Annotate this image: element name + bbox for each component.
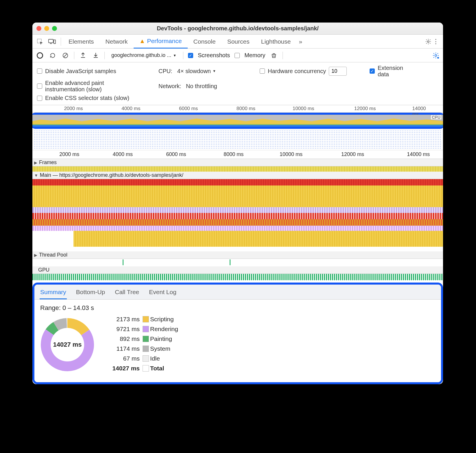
memory-checkbox[interactable] xyxy=(235,53,240,58)
device-toggle-icon[interactable] xyxy=(48,38,56,46)
svg-rect-3 xyxy=(54,40,56,44)
ruler-tick: 4000 ms xyxy=(121,106,140,112)
tab-sources[interactable]: Sources xyxy=(222,35,255,49)
ruler-tick: 8000 ms xyxy=(237,106,255,112)
flamechart-area: 2000 ms 4000 ms 6000 ms 8000 ms 10000 ms… xyxy=(32,150,443,280)
svg-point-8 xyxy=(437,57,439,59)
legend-label: System xyxy=(150,345,208,352)
ruler-tick: 10000 ms xyxy=(293,106,314,112)
summary-donut-chart: 14027 ms xyxy=(38,316,96,374)
disable-js-samples-label: Disable JavaScript samples xyxy=(45,68,116,75)
gpu-track[interactable] xyxy=(32,274,443,280)
enable-css-stats-label: Enable CSS selector stats (slow) xyxy=(45,95,129,101)
disclosure-triangle-icon: ▶ xyxy=(34,253,37,257)
tab-network[interactable]: Network xyxy=(100,35,134,49)
ruler-tick: 14000 ms xyxy=(407,151,430,157)
overview-ruler[interactable]: 2000 ms 4000 ms 6000 ms 8000 ms 10000 ms… xyxy=(32,105,443,113)
clear-button[interactable] xyxy=(61,51,69,60)
upload-icon[interactable] xyxy=(79,51,87,60)
threadpool-track-header[interactable]: ▶ Thread Pool xyxy=(32,251,443,259)
capture-settings-icon[interactable] xyxy=(432,52,440,59)
caret-down-icon: ▼ xyxy=(213,69,216,73)
perf-toolbar: googlechrome.github.io ... ▼ ✓ Screensho… xyxy=(32,49,443,62)
panel-tabs: Elements Network ▲ Performance Console S… xyxy=(32,35,443,49)
legend-swatch xyxy=(143,316,149,322)
capture-settings: Disable JavaScript samples CPU: 4× slowd… xyxy=(32,62,443,105)
legend-swatch xyxy=(143,355,149,362)
enable-paint-checkbox[interactable] xyxy=(37,83,42,89)
summary-range: Range: 0 – 14.03 s xyxy=(40,304,435,312)
more-icon[interactable]: ⋮ xyxy=(432,38,440,45)
tab-lighthouse[interactable]: Lighthouse xyxy=(255,35,297,49)
frames-track-label: Frames xyxy=(39,159,57,166)
devtools-window: DevTools - googlechrome.github.io/devtoo… xyxy=(32,23,443,384)
legend-label: Painting xyxy=(150,335,208,342)
ruler-tick: 2000 ms xyxy=(59,151,79,157)
svg-rect-1 xyxy=(49,39,53,43)
detail-tabs: Summary Bottom-Up Call Tree Event Log xyxy=(34,285,441,300)
summary-highlight: Summary Bottom-Up Call Tree Event Log Ra… xyxy=(32,283,443,384)
legend-label: Idle xyxy=(150,355,208,362)
profile-dropdown-label: googlechrome.github.io ... xyxy=(111,52,171,58)
tab-summary[interactable]: Summary xyxy=(40,287,67,299)
legend-value: 67 ms xyxy=(111,355,143,362)
legend-label: Rendering xyxy=(150,326,208,333)
cpu-throttle-value: 4× slowdown xyxy=(177,68,211,75)
enable-paint-label: Enable advanced paint instrumentation (s… xyxy=(45,80,138,92)
download-icon[interactable] xyxy=(92,51,100,60)
screenshots-checkbox[interactable]: ✓ xyxy=(188,53,193,58)
gpu-track-header[interactable]: GPU xyxy=(32,266,443,274)
frames-track-header[interactable]: ▶ Frames xyxy=(32,159,443,166)
cpu-throttle-dropdown[interactable]: 4× slowdown ▼ xyxy=(175,67,218,76)
donut-total: 14027 ms xyxy=(38,316,96,374)
cpu-strip-label: CPU xyxy=(430,115,442,120)
titlebar: DevTools - googlechrome.github.io/devtoo… xyxy=(32,23,443,35)
hw-concurrency-checkbox[interactable] xyxy=(260,68,265,74)
svg-point-7 xyxy=(435,54,437,56)
main-track-label: Main — https://googlechrome.github.io/de… xyxy=(40,172,183,178)
main-track-header[interactable]: ▼ Main — https://googlechrome.github.io/… xyxy=(32,172,443,179)
hw-concurrency-label: Hardware concurrency xyxy=(268,68,326,75)
tabs-overflow[interactable]: » xyxy=(296,35,305,49)
tab-elements[interactable]: Elements xyxy=(63,35,100,49)
legend-value: 2173 ms xyxy=(111,316,143,323)
extension-data-checkbox[interactable]: ✓ xyxy=(370,68,375,74)
window-title: DevTools - googlechrome.github.io/devtoo… xyxy=(32,25,443,32)
network-label: Network: xyxy=(158,83,181,90)
legend-swatch xyxy=(143,326,149,332)
disable-js-samples-checkbox[interactable] xyxy=(37,68,42,74)
tab-call-tree[interactable]: Call Tree xyxy=(114,287,140,299)
extension-data-label: Extension data xyxy=(378,65,409,77)
profile-dropdown[interactable]: googlechrome.github.io ... ▼ xyxy=(109,51,178,60)
flame-ruler[interactable]: 2000 ms 4000 ms 6000 ms 8000 ms 10000 ms… xyxy=(32,150,443,159)
legend-swatch xyxy=(143,365,149,372)
settings-icon[interactable] xyxy=(425,38,432,45)
tab-console[interactable]: Console xyxy=(188,35,222,49)
legend-label: Total xyxy=(150,365,208,372)
cpu-overview[interactable]: CPU xyxy=(32,115,443,127)
tab-event-log[interactable]: Event Log xyxy=(148,287,177,299)
warning-icon: ▲ xyxy=(139,38,145,44)
legend-label: Scripting xyxy=(150,316,208,323)
inspect-icon[interactable] xyxy=(36,38,44,46)
tab-performance[interactable]: ▲ Performance xyxy=(134,35,188,49)
reload-record-button[interactable] xyxy=(49,51,57,60)
tab-bottom-up[interactable]: Bottom-Up xyxy=(75,287,106,299)
overview-area: 2000 ms 4000 ms 6000 ms 8000 ms 10000 ms… xyxy=(32,105,443,150)
enable-css-stats-checkbox[interactable] xyxy=(37,96,42,101)
threadpool-track-label: Thread Pool xyxy=(39,252,67,258)
disclosure-triangle-icon: ▶ xyxy=(34,160,37,165)
record-button[interactable] xyxy=(36,51,44,60)
hw-concurrency-input[interactable] xyxy=(329,67,347,76)
legend-value: 9721 ms xyxy=(111,326,143,333)
frames-track[interactable] xyxy=(32,166,443,172)
threadpool-track[interactable] xyxy=(32,259,443,266)
gc-icon[interactable] xyxy=(270,51,278,60)
tab-performance-label: Performance xyxy=(147,38,182,44)
ruler-tick: 6000 ms xyxy=(166,151,186,157)
main-flamechart[interactable] xyxy=(32,179,443,251)
ruler-tick: 6000 ms xyxy=(179,106,198,112)
legend-value: 14027 ms xyxy=(111,365,143,372)
screenshots-strip[interactable] xyxy=(32,129,443,150)
legend-value: 1174 ms xyxy=(111,345,143,352)
